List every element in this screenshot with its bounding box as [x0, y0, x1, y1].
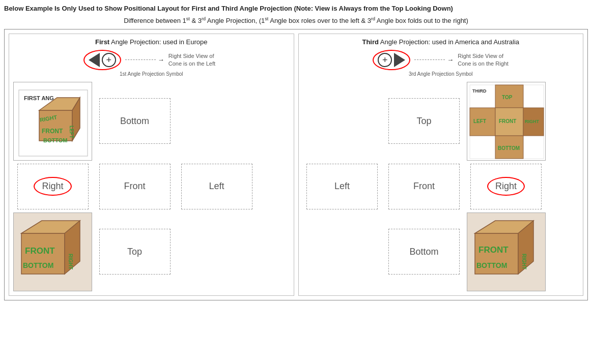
first-angle-arrow-line: →: [125, 56, 164, 64]
first-angle-views-grid: FIRST ANG RIGHT FRONT BOTTOM LEFT Bottom: [13, 82, 290, 291]
first-angle-dashed-line: [125, 59, 156, 60]
third-angle-side-note: Right Side View of Cone is on the Right: [458, 52, 509, 67]
page-title: Below Example Is Only Used to Show Posit…: [4, 4, 588, 13]
first-angle-symbol-label: 1st Angle Projection Symbol: [120, 71, 183, 77]
first-box-svg-1: FIRST ANG RIGHT FRONT BOTTOM LEFT: [14, 82, 92, 161]
third-angle-right-circled: Right: [487, 177, 525, 196]
first-angle-circle-target-icon: [102, 53, 116, 67]
first-angle-side-note: Right Side View of Cone is on the Left: [168, 52, 219, 67]
first-angle-arrow-tip-icon: →: [158, 56, 164, 64]
svg-text:THIRD: THIRD: [472, 88, 487, 94]
first-angle-left-view: Left: [181, 164, 252, 209]
third-angle-right-view: Right: [470, 164, 542, 209]
first-angle-cone-icon: [89, 53, 100, 67]
third-box-svg-2: FRONT BOTTOM RIGHT: [467, 213, 546, 291]
first-angle-right-circled: Right: [34, 177, 71, 196]
svg-text:BOTTOM: BOTTOM: [476, 261, 507, 269]
third-angle-symbol-container: → Right Side View of Cone is on the Righ…: [373, 50, 509, 70]
svg-text:BOTTOM: BOTTOM: [43, 137, 67, 143]
third-angle-cone-icon: [394, 53, 405, 67]
third-angle-bottom-view: Bottom: [388, 229, 460, 275]
third-angle-box-image-1: THIRD TOP LEFT FRONT RIGHT BO: [467, 82, 546, 161]
third-angle-symbol-row: → Right Side View of Cone is on the Righ…: [303, 50, 579, 77]
subtitle: Difference between 1st & 3rd Angle Proje…: [4, 16, 588, 24]
third-angle-row3-empty: [306, 229, 378, 275]
first-angle-top-view: Top: [99, 229, 171, 275]
third-angle-arrow-line: →: [414, 56, 454, 64]
main-container: First Angle Projection: used in Europe →…: [4, 29, 588, 300]
third-angle-left-view: Left: [306, 164, 378, 209]
svg-text:BOTTOM: BOTTOM: [23, 261, 53, 269]
third-angle-section: Third Angle Projection: used in America …: [298, 34, 584, 296]
first-angle-right-view: Right: [17, 164, 89, 209]
third-angle-dashed-line: [414, 59, 445, 60]
first-angle-front-view: Front: [99, 164, 171, 209]
svg-text:RIGHT: RIGHT: [521, 254, 527, 269]
third-angle-arrow-tip-icon: →: [447, 56, 454, 64]
svg-text:RIGHT: RIGHT: [525, 119, 540, 124]
first-angle-symbol-oval: [83, 50, 121, 70]
first-angle-title: First Angle Projection: used in Europe: [13, 38, 290, 46]
third-angle-views-grid: Top THIRD TOP LEFT: [303, 82, 579, 291]
third-angle-box-image-2: FRONT BOTTOM RIGHT: [467, 213, 546, 291]
third-angle-symbol-oval: [373, 50, 410, 70]
first-angle-symbol-row: → Right Side View of Cone is on the Left…: [13, 50, 290, 77]
first-box-svg-2: FRONT BOTTOM RIGHT: [14, 213, 92, 291]
svg-text:LEFT: LEFT: [69, 126, 74, 138]
third-box-svg-1: THIRD TOP LEFT FRONT RIGHT BO: [467, 82, 546, 161]
first-angle-box-image-1: FIRST ANG RIGHT FRONT BOTTOM LEFT: [13, 82, 92, 161]
first-angle-row3-empty: [181, 229, 252, 275]
first-angle-row1-empty: [181, 98, 252, 144]
third-angle-front-view: Front: [388, 164, 460, 209]
svg-text:FRONT: FRONT: [478, 245, 509, 255]
svg-text:TOP: TOP: [502, 95, 513, 100]
svg-text:FRONT: FRONT: [42, 128, 63, 135]
svg-text:RIGHT: RIGHT: [68, 254, 73, 269]
third-angle-symbol-label: 3rd Angle Projection Symbol: [409, 71, 473, 77]
first-angle-section: First Angle Projection: used in Europe →…: [9, 34, 294, 296]
svg-text:BOTTOM: BOTTOM: [498, 145, 520, 151]
svg-text:FRONT: FRONT: [499, 118, 516, 124]
first-angle-box-image-2: FRONT BOTTOM RIGHT: [13, 213, 92, 291]
svg-text:LEFT: LEFT: [473, 118, 486, 124]
svg-text:FIRST ANG: FIRST ANG: [24, 95, 54, 101]
third-angle-title: Third Angle Projection: used in America …: [303, 38, 579, 46]
third-angle-row1-empty: [306, 98, 378, 144]
first-angle-symbol-container: → Right Side View of Cone is on the Left: [83, 50, 219, 70]
third-angle-circle-target-icon: [378, 53, 392, 67]
third-angle-top-view: Top: [388, 98, 460, 144]
first-angle-bottom-view: Bottom: [99, 98, 171, 144]
svg-text:FRONT: FRONT: [25, 246, 55, 256]
